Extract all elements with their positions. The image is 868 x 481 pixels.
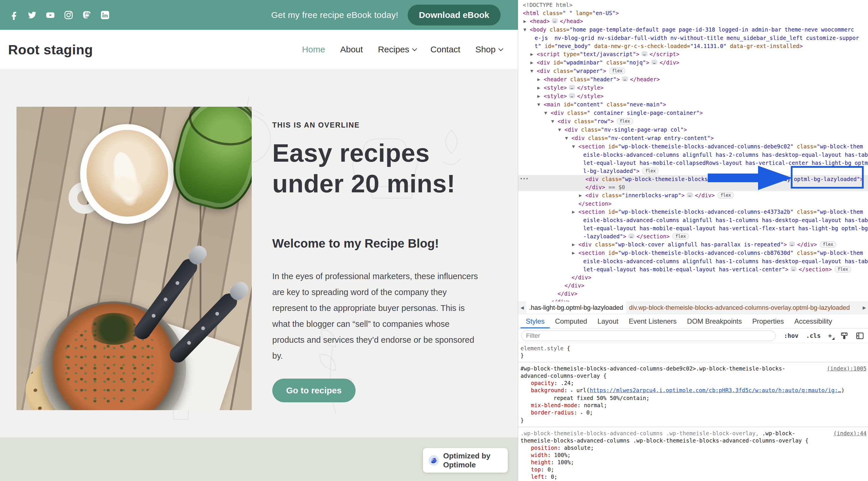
css-url-link[interactable]: https://mlwes2arpcu4.i.optimole.com/cb:p… [590, 387, 841, 393]
dom-tree-line[interactable]: </section> [518, 199, 868, 208]
css-line[interactable]: mix-blend-mode: normal; [518, 402, 868, 409]
css-line[interactable]: height: 100%; [518, 459, 868, 466]
expand-ellipsis-button[interactable]: … [569, 93, 575, 98]
dom-tree-line[interactable]: <!DOCTYPE html> [518, 1, 868, 9]
nav-item-shop[interactable]: Shop [475, 44, 502, 54]
dom-tree-line[interactable]: <html class=" " lang="en-US"> [518, 9, 868, 17]
tab-dom-breakpoints[interactable]: DOM Breakpoints [682, 314, 747, 328]
expand-ellipsis-button[interactable]: … [790, 266, 797, 271]
flex-badge[interactable]: flex [835, 266, 851, 272]
css-line[interactable]: element.style { [518, 345, 868, 352]
expand-ellipsis-button[interactable]: … [622, 76, 628, 82]
dom-tree-line[interactable]: ▼<body class="home page-template-default… [518, 26, 868, 34]
dom-tree-line[interactable]: ▶<style>…</style> [518, 92, 868, 100]
dom-tree-line[interactable]: ▼<div class="wrapper">flex [518, 67, 868, 75]
dom-tree-line[interactable]: ▶<div id="wpadminbar" class="nojq">…</di… [518, 58, 868, 67]
css-line[interactable]: left: 0; [518, 473, 868, 480]
css-line[interactable]: themeisle-blocks-advanced-columns .wp-bl… [518, 437, 868, 444]
tab-accessibility[interactable]: Accessibility [789, 314, 837, 328]
css-line[interactable]: } [518, 352, 868, 359]
collapse-arrow-icon[interactable]: ▼ [537, 101, 544, 109]
flex-badge[interactable]: flex [617, 118, 633, 124]
dom-tree-line[interactable]: let-equal-layout has-mobile-collapsedRow… [518, 159, 868, 167]
collapse-arrow-icon[interactable]: ▼ [530, 67, 537, 75]
dom-tree-line[interactable]: ▶<head>…</head> [518, 17, 868, 26]
dom-tree-line[interactable]: t" id="neve_body" data-new-gr-c-s-check-… [518, 42, 868, 50]
expand-arrow-icon[interactable]: ▶ [530, 50, 537, 58]
dom-tree-line[interactable]: ▼<div class="row">flex [518, 117, 868, 126]
dom-tree-line[interactable]: ▶<div class="wp-block-cover alignfull ha… [518, 241, 868, 249]
breadcrumb-right-icon[interactable]: ▶ [860, 305, 868, 310]
expand-arrow-icon[interactable]: ▶ [523, 18, 530, 26]
dom-tree-line[interactable]: ▼<div class="nv-single-page-wrap col"> [518, 126, 868, 134]
rendering-brush-icon[interactable] [840, 331, 848, 340]
dom-tree-line[interactable]: ▼<div class="nv-content-wrap entry-conte… [518, 134, 868, 142]
css-line[interactable]: opacity: .24; [518, 380, 868, 387]
styles-filter-input[interactable] [521, 330, 776, 341]
dom-tree-line[interactable]: </div> [518, 290, 868, 298]
dom-tree-line[interactable]: </div> [518, 298, 868, 301]
tab-computed[interactable]: Computed [550, 314, 592, 328]
expand-arrow-icon[interactable]: ▶ [572, 249, 578, 257]
expand-ellipsis-button[interactable]: … [687, 192, 693, 197]
dom-tree-line[interactable]: -lazyloaded">…</section>flex [518, 232, 868, 241]
dom-tree-line[interactable]: ▼<section id="wp-block-themeisle-blocks-… [518, 142, 868, 151]
css-line[interactable]: } [518, 417, 868, 424]
optimole-badge[interactable]: Optimized by Optimole [423, 448, 508, 473]
breadcrumb-left-icon[interactable]: ◀ [518, 305, 526, 310]
nav-item-about[interactable]: About [340, 44, 363, 54]
nav-item-contact[interactable]: Contact [431, 44, 460, 54]
expand-arrow-icon[interactable]: ▶ [572, 241, 578, 249]
expand-ellipsis-button[interactable]: … [569, 85, 575, 90]
collapse-arrow-icon[interactable]: ▼ [544, 109, 551, 117]
dom-tree-line[interactable]: eisle-blocks-advanced-columns alignfull … [518, 151, 868, 159]
site-logo[interactable]: Root staging [8, 42, 93, 58]
css-line[interactable]: background: ▸ url(https://mlwes2arpcu4.i… [518, 387, 868, 394]
collapse-arrow-icon[interactable]: ▼ [565, 134, 571, 142]
twitter-icon[interactable] [27, 10, 37, 20]
expand-arrow-icon[interactable]: ▶ [530, 59, 537, 67]
youtube-icon[interactable] [45, 10, 56, 20]
nav-item-recipes[interactable]: Recipes [378, 44, 415, 54]
dom-tree-line[interactable]: ▶<style>…</style> [518, 84, 868, 92]
css-line[interactable]: width: 100%; [518, 451, 868, 459]
tab-styles[interactable]: Styles [521, 314, 550, 328]
css-line[interactable]: advanced-columns-overlay { [518, 372, 868, 380]
expand-ellipsis-button[interactable]: … [789, 242, 795, 247]
dom-tree-line[interactable]: </div> [518, 273, 868, 282]
tab-layout[interactable]: Layout [592, 314, 623, 328]
row-menu-dots-icon[interactable]: ••• [520, 175, 529, 183]
expand-ellipsis-button[interactable]: … [642, 51, 648, 56]
dom-tree-line[interactable]: eisle-blocks-advanced-columns alignfull … [518, 216, 868, 224]
expand-ellipsis-button[interactable]: … [628, 233, 634, 238]
css-line[interactable]: repeat fixed 50% 50%/contain; [518, 394, 868, 402]
stylesheet-source-link[interactable]: (index):44 [834, 430, 867, 437]
breadcrumb-item[interactable]: div.wp-block-themeisle-blocks-advanced-c… [626, 301, 852, 314]
linkedin-icon[interactable] [100, 10, 110, 20]
facebook-icon[interactable] [9, 10, 19, 20]
tab-event-listeners[interactable]: Event Listeners [623, 314, 682, 328]
tab-properties[interactable]: Properties [747, 314, 789, 328]
dom-tree-line[interactable]: ▶<section id="wp-block-themeisle-blocks-… [518, 249, 868, 257]
mastodon-icon[interactable] [82, 10, 92, 20]
instagram-icon[interactable] [63, 10, 74, 20]
collapse-arrow-icon[interactable]: ▼ [523, 26, 530, 34]
css-line[interactable]: top: 0; [518, 466, 868, 473]
toggle-hov-button[interactable]: :hov [784, 332, 799, 339]
dom-tree-line[interactable]: ▶<script type="text/javascript">…</scrip… [518, 50, 868, 58]
expand-arrow-icon[interactable]: ▶ [537, 92, 544, 100]
expand-arrow-icon[interactable]: ▶ [572, 208, 578, 216]
dom-tree-line[interactable]: e-js nv-blog-grid nv-sidebar-full-width … [518, 34, 868, 42]
css-line[interactable]: (index):44.wp-block-themeisle-blocks-adv… [518, 430, 868, 437]
stylesheet-source-link[interactable]: (index):1005 [827, 365, 867, 372]
flex-badge[interactable]: flex [642, 168, 658, 174]
collapse-arrow-icon[interactable]: ▼ [572, 142, 578, 151]
go-to-recipes-button[interactable]: Go to recipes [272, 379, 355, 402]
css-line[interactable]: position: absolute; [518, 444, 868, 451]
expand-arrow-icon[interactable]: ▶ [537, 84, 544, 92]
collapse-arrow-icon[interactable]: ▼ [558, 126, 564, 134]
flex-badge[interactable]: flex [609, 68, 625, 74]
expand-arrow-icon[interactable]: ▶ [537, 75, 544, 84]
dom-tree-line[interactable]: </div> [518, 282, 868, 290]
dom-tree-line[interactable]: ▶<section id="wp-block-themeisle-blocks-… [518, 208, 868, 216]
